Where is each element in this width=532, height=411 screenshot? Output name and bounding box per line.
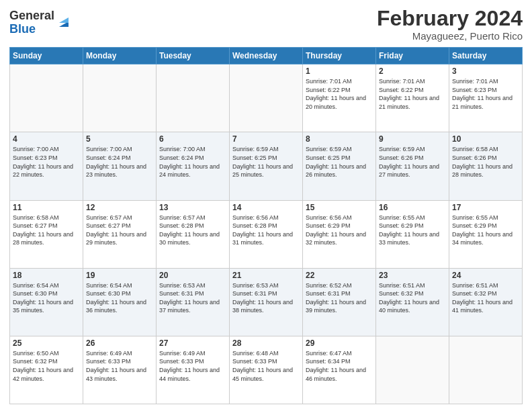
day-info: Sunrise: 6:59 AM Sunset: 6:26 PM Dayligh… xyxy=(379,145,446,179)
calendar-week-row: 11Sunrise: 6:58 AM Sunset: 6:27 PM Dayli… xyxy=(10,200,523,268)
calendar-cell: 3Sunrise: 7:01 AM Sunset: 6:23 PM Daylig… xyxy=(449,64,523,132)
logo-icon xyxy=(56,15,71,30)
calendar-day-header: Sunday xyxy=(10,48,83,64)
calendar-cell: 4Sunrise: 7:00 AM Sunset: 6:23 PM Daylig… xyxy=(10,132,83,200)
day-info: Sunrise: 7:01 AM Sunset: 6:23 PM Dayligh… xyxy=(452,77,519,111)
day-info: Sunrise: 7:01 AM Sunset: 6:22 PM Dayligh… xyxy=(379,77,446,111)
day-number: 20 xyxy=(159,271,226,280)
calendar-header-row: SundayMondayTuesdayWednesdayThursdayFrid… xyxy=(10,48,523,64)
calendar-cell: 26Sunrise: 6:49 AM Sunset: 6:33 PM Dayli… xyxy=(83,336,157,404)
day-info: Sunrise: 6:52 AM Sunset: 6:31 PM Dayligh… xyxy=(306,281,373,315)
day-number: 11 xyxy=(13,203,80,212)
logo-general: General xyxy=(9,9,54,23)
day-number: 4 xyxy=(13,134,80,144)
calendar-cell: 27Sunrise: 6:49 AM Sunset: 6:33 PM Dayli… xyxy=(157,336,230,404)
day-number: 6 xyxy=(159,134,226,144)
calendar-week-row: 18Sunrise: 6:54 AM Sunset: 6:30 PM Dayli… xyxy=(10,268,523,336)
calendar-day-header: Thursday xyxy=(303,48,376,64)
day-number: 29 xyxy=(306,338,373,348)
day-info: Sunrise: 7:01 AM Sunset: 6:22 PM Dayligh… xyxy=(306,77,373,111)
calendar-day-header: Friday xyxy=(376,48,449,64)
day-number: 16 xyxy=(379,203,446,212)
logo: General Blue xyxy=(9,9,71,36)
calendar-cell: 6Sunrise: 7:00 AM Sunset: 6:24 PM Daylig… xyxy=(157,132,230,200)
logo-blue: Blue xyxy=(9,23,54,36)
calendar-cell: 28Sunrise: 6:48 AM Sunset: 6:33 PM Dayli… xyxy=(230,336,303,404)
calendar-cell: 10Sunrise: 6:58 AM Sunset: 6:26 PM Dayli… xyxy=(449,132,523,200)
calendar-cell: 9Sunrise: 6:59 AM Sunset: 6:26 PM Daylig… xyxy=(376,132,449,200)
day-number: 2 xyxy=(379,66,446,76)
day-info: Sunrise: 6:49 AM Sunset: 6:33 PM Dayligh… xyxy=(86,349,153,383)
day-number: 5 xyxy=(86,134,153,144)
calendar-cell: 13Sunrise: 6:57 AM Sunset: 6:28 PM Dayli… xyxy=(157,200,230,268)
calendar-cell xyxy=(230,64,303,132)
day-info: Sunrise: 6:59 AM Sunset: 6:25 PM Dayligh… xyxy=(232,145,300,179)
calendar-cell xyxy=(376,336,449,404)
calendar-day-header: Saturday xyxy=(449,48,523,64)
day-info: Sunrise: 6:54 AM Sunset: 6:30 PM Dayligh… xyxy=(86,281,153,315)
calendar-table: SundayMondayTuesdayWednesdayThursdayFrid… xyxy=(9,47,523,404)
day-info: Sunrise: 6:58 AM Sunset: 6:26 PM Dayligh… xyxy=(452,145,519,179)
day-info: Sunrise: 6:55 AM Sunset: 6:29 PM Dayligh… xyxy=(452,214,519,247)
day-number: 22 xyxy=(306,271,373,280)
calendar-cell: 5Sunrise: 7:00 AM Sunset: 6:24 PM Daylig… xyxy=(83,132,157,200)
calendar-cell: 8Sunrise: 6:59 AM Sunset: 6:25 PM Daylig… xyxy=(303,132,376,200)
calendar-cell xyxy=(83,64,157,132)
calendar-cell: 11Sunrise: 6:58 AM Sunset: 6:27 PM Dayli… xyxy=(10,200,83,268)
calendar-cell xyxy=(157,64,230,132)
calendar-cell: 19Sunrise: 6:54 AM Sunset: 6:30 PM Dayli… xyxy=(83,268,157,336)
day-info: Sunrise: 7:00 AM Sunset: 6:24 PM Dayligh… xyxy=(159,145,226,179)
calendar-subtitle: Mayagueez, Puerto Rico xyxy=(377,30,523,42)
day-number: 1 xyxy=(306,66,373,76)
day-info: Sunrise: 6:53 AM Sunset: 6:31 PM Dayligh… xyxy=(159,281,226,315)
calendar-cell xyxy=(449,336,523,404)
calendar-cell: 24Sunrise: 6:51 AM Sunset: 6:32 PM Dayli… xyxy=(449,268,523,336)
header: General Blue February 2024 Mayagueez, Pu… xyxy=(9,7,523,42)
day-info: Sunrise: 6:49 AM Sunset: 6:33 PM Dayligh… xyxy=(159,349,226,383)
calendar-week-row: 1Sunrise: 7:01 AM Sunset: 6:22 PM Daylig… xyxy=(10,64,523,132)
day-number: 12 xyxy=(86,203,153,212)
day-info: Sunrise: 6:53 AM Sunset: 6:31 PM Dayligh… xyxy=(232,281,300,315)
day-number: 9 xyxy=(379,134,446,144)
calendar-week-row: 25Sunrise: 6:50 AM Sunset: 6:32 PM Dayli… xyxy=(10,336,523,404)
page: General Blue February 2024 Mayagueez, Pu… xyxy=(0,0,532,411)
calendar-cell: 20Sunrise: 6:53 AM Sunset: 6:31 PM Dayli… xyxy=(157,268,230,336)
day-info: Sunrise: 6:59 AM Sunset: 6:25 PM Dayligh… xyxy=(306,145,373,179)
day-number: 14 xyxy=(232,203,300,212)
calendar-cell: 23Sunrise: 6:51 AM Sunset: 6:32 PM Dayli… xyxy=(376,268,449,336)
day-info: Sunrise: 6:50 AM Sunset: 6:32 PM Dayligh… xyxy=(13,349,80,383)
day-number: 3 xyxy=(452,66,519,76)
calendar-cell: 21Sunrise: 6:53 AM Sunset: 6:31 PM Dayli… xyxy=(230,268,303,336)
day-info: Sunrise: 7:00 AM Sunset: 6:23 PM Dayligh… xyxy=(13,145,80,179)
day-number: 25 xyxy=(13,338,80,348)
day-info: Sunrise: 6:51 AM Sunset: 6:32 PM Dayligh… xyxy=(379,281,446,315)
day-number: 8 xyxy=(306,134,373,144)
day-number: 28 xyxy=(232,338,300,348)
day-info: Sunrise: 6:57 AM Sunset: 6:27 PM Dayligh… xyxy=(86,214,153,247)
calendar-day-header: Tuesday xyxy=(157,48,230,64)
calendar-cell xyxy=(10,64,83,132)
calendar-cell: 18Sunrise: 6:54 AM Sunset: 6:30 PM Dayli… xyxy=(10,268,83,336)
calendar-cell: 17Sunrise: 6:55 AM Sunset: 6:29 PM Dayli… xyxy=(449,200,523,268)
calendar-cell: 7Sunrise: 6:59 AM Sunset: 6:25 PM Daylig… xyxy=(230,132,303,200)
day-info: Sunrise: 6:57 AM Sunset: 6:28 PM Dayligh… xyxy=(159,214,226,247)
calendar-day-header: Monday xyxy=(83,48,157,64)
calendar-cell: 22Sunrise: 6:52 AM Sunset: 6:31 PM Dayli… xyxy=(303,268,376,336)
day-number: 10 xyxy=(452,134,519,144)
day-info: Sunrise: 6:51 AM Sunset: 6:32 PM Dayligh… xyxy=(452,281,519,315)
calendar-cell: 15Sunrise: 6:56 AM Sunset: 6:29 PM Dayli… xyxy=(303,200,376,268)
day-info: Sunrise: 6:47 AM Sunset: 6:34 PM Dayligh… xyxy=(306,349,373,383)
calendar-cell: 14Sunrise: 6:56 AM Sunset: 6:28 PM Dayli… xyxy=(230,200,303,268)
calendar-cell: 2Sunrise: 7:01 AM Sunset: 6:22 PM Daylig… xyxy=(376,64,449,132)
day-info: Sunrise: 6:56 AM Sunset: 6:29 PM Dayligh… xyxy=(306,214,373,247)
calendar-week-row: 4Sunrise: 7:00 AM Sunset: 6:23 PM Daylig… xyxy=(10,132,523,200)
svg-marker-1 xyxy=(59,17,69,23)
day-info: Sunrise: 6:58 AM Sunset: 6:27 PM Dayligh… xyxy=(13,214,80,247)
day-number: 7 xyxy=(232,134,300,144)
day-number: 23 xyxy=(379,271,446,280)
calendar-cell: 12Sunrise: 6:57 AM Sunset: 6:27 PM Dayli… xyxy=(83,200,157,268)
calendar-day-header: Wednesday xyxy=(230,48,303,64)
day-number: 19 xyxy=(86,271,153,280)
day-number: 18 xyxy=(13,271,80,280)
day-info: Sunrise: 6:55 AM Sunset: 6:29 PM Dayligh… xyxy=(379,214,446,247)
